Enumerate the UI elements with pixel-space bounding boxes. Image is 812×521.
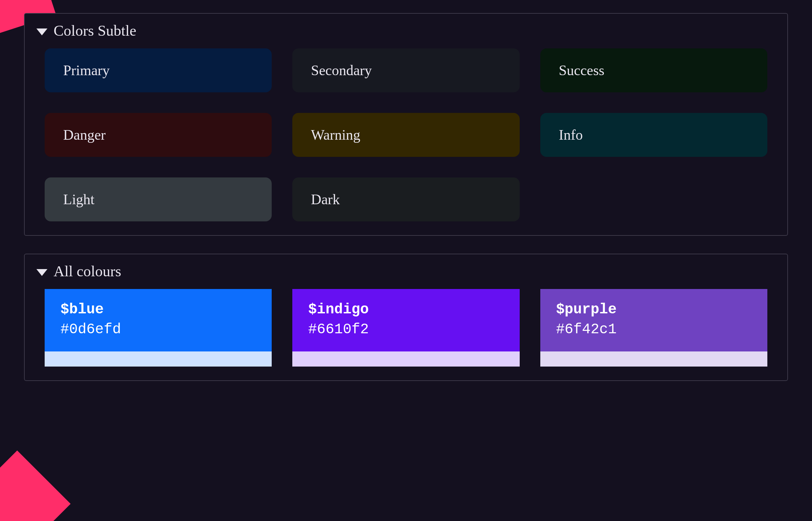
swatch-label: Light	[63, 192, 94, 207]
swatch-danger: Danger	[45, 113, 272, 157]
swatch-label: Danger	[63, 127, 106, 143]
swatch-label: Primary	[63, 62, 110, 78]
swatch-secondary: Secondary	[292, 48, 519, 92]
color-column-blue: $blue #0d6efd	[45, 289, 272, 367]
decorative-corner-bottom	[0, 450, 71, 521]
page-content: Colors Subtle Primary Secondary Success …	[0, 0, 812, 381]
color-hex: #6610f2	[308, 321, 504, 338]
swatch-light: Light	[45, 177, 272, 221]
color-var: $blue	[60, 301, 256, 318]
subtle-swatch-grid: Primary Secondary Success Danger Warning…	[36, 48, 776, 221]
color-card-indigo: $indigo #6610f2	[292, 289, 519, 351]
panel-all-colours-title: All colours	[54, 263, 121, 280]
color-hex: #6f42c1	[556, 321, 752, 338]
swatch-primary: Primary	[45, 48, 272, 92]
color-column-indigo: $indigo #6610f2	[292, 289, 519, 367]
swatch-label: Success	[559, 62, 605, 78]
color-hex: #0d6efd	[60, 321, 256, 338]
swatch-info: Info	[540, 113, 767, 157]
shade-strip-blue	[45, 351, 272, 367]
color-card-blue: $blue #0d6efd	[45, 289, 272, 351]
panel-all-colours-summary[interactable]: All colours	[36, 261, 776, 289]
color-card-purple: $purple #6f42c1	[540, 289, 767, 351]
panel-all-colours: All colours $blue #0d6efd $indigo #6610f…	[24, 254, 788, 381]
shade-strip-purple	[540, 351, 767, 367]
color-column-purple: $purple #6f42c1	[540, 289, 767, 367]
swatch-warning: Warning	[292, 113, 519, 157]
chevron-down-icon	[36, 269, 47, 276]
swatch-success: Success	[540, 48, 767, 92]
swatch-label: Secondary	[311, 62, 372, 78]
color-var: $purple	[556, 301, 752, 318]
swatch-label: Dark	[311, 192, 340, 207]
swatch-label: Warning	[311, 127, 360, 143]
chevron-down-icon	[36, 28, 47, 35]
all-colours-grid: $blue #0d6efd $indigo #6610f2 $purple #6…	[36, 289, 776, 367]
panel-colors-subtle-title: Colors Subtle	[54, 22, 136, 39]
panel-colors-subtle-summary[interactable]: Colors Subtle	[36, 21, 776, 48]
swatch-label: Info	[559, 127, 583, 143]
color-var: $indigo	[308, 301, 504, 318]
swatch-dark: Dark	[292, 177, 519, 221]
panel-colors-subtle: Colors Subtle Primary Secondary Success …	[24, 13, 788, 236]
shade-strip-indigo	[292, 351, 519, 367]
